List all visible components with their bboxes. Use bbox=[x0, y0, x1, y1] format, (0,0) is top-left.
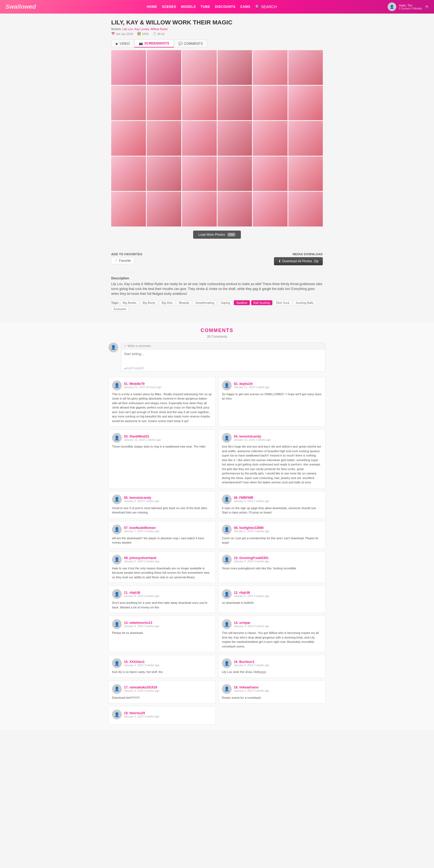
comment-meta: 01. Weddle79 January 29, 2024 10 hours a… bbox=[124, 382, 161, 389]
description-text: Lily Lou, Kay Lovely & Willow Ryder are … bbox=[111, 282, 323, 296]
site-logo[interactable]: Swallowed bbox=[5, 3, 36, 10]
photo-thumb[interactable]: ♡ bbox=[182, 50, 217, 85]
nav-home[interactable]: HOME bbox=[147, 5, 157, 9]
nav-discounts[interactable]: DISCOUNTS bbox=[215, 5, 236, 9]
photo-thumb[interactable]: ♡ bbox=[147, 50, 182, 85]
tag-swallow[interactable]: Swallow bbox=[234, 300, 250, 305]
comment-text: This is a truly a master piece by Mike..… bbox=[112, 392, 212, 424]
comment-meta: 19. hbermu29 January 3, 2024 3 weeks ago bbox=[124, 711, 159, 718]
tag-deepthroating[interactable]: Deepthroating bbox=[193, 300, 217, 305]
photo-thumb[interactable]: ♡ bbox=[182, 121, 217, 156]
tag-big-dick[interactable]: Big Dick bbox=[159, 300, 175, 305]
photo-thumb[interactable]: ♡ bbox=[288, 156, 323, 191]
search-label: SEARCH bbox=[261, 5, 277, 9]
commenter-name: 09. johnnysilverhand bbox=[124, 556, 159, 560]
commenter-avatar: 👤 bbox=[222, 433, 231, 443]
comment-date: January 3, 2024 3 weeks ago bbox=[124, 715, 159, 718]
photo-thumb[interactable]: ♡ bbox=[111, 121, 146, 156]
comment-meta: 02. depfa1th January 21, 2024 1 week ago bbox=[234, 382, 269, 389]
photo-thumb[interactable]: ♡ bbox=[288, 192, 323, 226]
description-label: Description bbox=[111, 276, 323, 280]
photo-thumb[interactable]: ♡ bbox=[218, 156, 252, 191]
model-willow[interactable]: Willow Ryder bbox=[151, 27, 168, 31]
comment-card: 👤 08. foofighter22889 January 5, 2024 3 … bbox=[218, 521, 326, 549]
comment-date: January 4, 2024 3 weeks ago bbox=[124, 625, 159, 628]
divider-2 bbox=[111, 272, 323, 272]
photo-thumb[interactable]: ♡ bbox=[218, 50, 252, 85]
photo-thumb[interactable]: ♡ bbox=[182, 156, 217, 191]
comment-date: January 4, 2024 3 weeks ago bbox=[124, 664, 159, 667]
search-button[interactable]: 🔍 SEARCH bbox=[255, 5, 277, 9]
photo-thumb[interactable]: ♡ bbox=[147, 86, 182, 120]
photo-thumb[interactable]: ♡ bbox=[147, 121, 182, 156]
comment-text: Come on I just got a membership for this… bbox=[222, 536, 322, 545]
photo-thumb[interactable]: ♡ bbox=[182, 86, 217, 120]
comment-date: January 29, 2024 10 hours ago bbox=[124, 386, 161, 389]
tag-dick-suck[interactable]: Dick Suck bbox=[274, 300, 292, 305]
commenter-avatar: 👤 bbox=[112, 433, 122, 443]
photo-thumb[interactable]: ♡ bbox=[111, 86, 146, 120]
user-info: 👤 Hello, Tim 0 Scenes 0 Models ⚙️ bbox=[388, 2, 429, 11]
tags-label: Tags: bbox=[111, 301, 119, 304]
nav-tube[interactable]: TUBE bbox=[201, 5, 210, 9]
load-more-button[interactable]: Load More Photos 970 bbox=[193, 230, 241, 239]
download-all-photos-button[interactable]: ⬇ Download All Photos .Zip bbox=[274, 257, 323, 265]
photo-thumb[interactable]: ♡ bbox=[147, 192, 182, 226]
photo-thumb[interactable]: ♡ bbox=[111, 50, 146, 85]
comment-date: January 10, 2024 2 weeks ago bbox=[124, 438, 161, 441]
photo-thumb[interactable]: ♡ bbox=[288, 50, 323, 85]
tag-blowjob[interactable]: Blowjob bbox=[176, 300, 192, 305]
comment-meta: 18. mikeadriano January 3, 2024 3 weeks … bbox=[234, 685, 269, 692]
comment-date: January 4, 2024 3 weeks ago bbox=[234, 560, 269, 563]
tag-big-booty[interactable]: Big Booty bbox=[140, 300, 158, 305]
media-download-label: MEDIA DOWNLOAD bbox=[274, 252, 323, 256]
photo-thumb[interactable]: ♡ bbox=[182, 192, 217, 226]
photo-thumb[interactable]: ♡ bbox=[288, 121, 323, 156]
tab-comments[interactable]: 💬 COMMENTS bbox=[174, 40, 208, 48]
tag-exclusive[interactable]: Exclusive bbox=[111, 307, 129, 311]
photo-thumb[interactable]: ♡ bbox=[253, 121, 287, 156]
comment-header: 👤 15. XXXAlex1 January 4, 2024 3 weeks a… bbox=[112, 658, 212, 668]
tab-video[interactable]: ▶ VIDEO bbox=[111, 40, 134, 48]
tag-big-boobs[interactable]: Big Boobs bbox=[120, 300, 139, 305]
photo-thumb[interactable]: ♡ bbox=[111, 156, 146, 191]
load-more-section: Load More Photos 970 bbox=[111, 230, 323, 239]
photo-thumb[interactable]: ♡ bbox=[147, 156, 182, 191]
photo-thumb[interactable]: ♡ bbox=[253, 50, 287, 85]
nav-cams[interactable]: CAMS bbox=[240, 5, 250, 9]
photo-thumb[interactable]: ♡ bbox=[218, 86, 252, 120]
comment-textarea[interactable] bbox=[121, 349, 325, 366]
commenter-name: 08. foofighter22889 bbox=[234, 526, 269, 530]
photo-thumb[interactable]: ♡ bbox=[218, 121, 252, 156]
nav-scenes[interactable]: SCENES bbox=[162, 5, 176, 9]
comment-text: So happy to get new scenes on SWALLOWED … bbox=[222, 392, 322, 401]
model-kay[interactable]: Kay Lovely bbox=[134, 27, 149, 31]
tag-gaping[interactable]: Gaping bbox=[218, 300, 232, 305]
photo-thumb[interactable]: ♡ bbox=[253, 86, 287, 120]
photo-thumb[interactable]: ♡ bbox=[218, 192, 252, 226]
favorite-button[interactable]: ♡ Favorite bbox=[111, 257, 134, 264]
commenter-name: 02. depfa1th bbox=[234, 382, 269, 386]
photo-thumb[interactable]: ♡ bbox=[111, 192, 146, 226]
commenter-name: 12. rltqh36 bbox=[234, 591, 269, 595]
tag-ball-sucking[interactable]: Ball Sucking bbox=[251, 300, 273, 305]
meta-line: 📅 3rd Jan 2024 🖼️ 1000 ⏱️ 45:42 bbox=[111, 32, 323, 35]
comment-header: 👤 12. rltqh36 January 4, 2024 3 weeks ag… bbox=[222, 589, 322, 599]
media-download-section: MEDIA DOWNLOAD ⬇ Download All Photos .Zi… bbox=[274, 252, 323, 265]
photo-thumb[interactable]: ♡ bbox=[253, 192, 287, 226]
photo-thumb[interactable]: ♡ bbox=[253, 156, 287, 191]
comment-text: Yesss more puking&snot vids like this. f… bbox=[222, 566, 322, 571]
comment-card: 👤 15. XXXAlex1 January 4, 2024 3 weeks a… bbox=[108, 655, 216, 678]
comment-text: wtf are the downloads? the player is abs… bbox=[112, 536, 212, 545]
nav-models[interactable]: MODELS bbox=[181, 5, 196, 9]
photo-thumb[interactable]: ♡ bbox=[288, 86, 323, 120]
model-lily[interactable]: Lily Lou bbox=[123, 27, 133, 31]
meta-photos: 🖼️ 1000 bbox=[137, 32, 148, 35]
tag-sucking-balls[interactable]: Sucking Balls bbox=[293, 300, 316, 305]
comment-date: January 5, 2024 3 weeks ago bbox=[234, 530, 269, 533]
notifications-button[interactable]: ⚙️ bbox=[425, 5, 429, 9]
comment-card: 👤 02. depfa1th January 21, 2024 1 week a… bbox=[218, 377, 326, 427]
models-line: Models: Lily Lou, Kay Lovely, Willow Ryd… bbox=[111, 27, 323, 31]
tab-screenshots[interactable]: 📷 SCREENSHOTS bbox=[134, 40, 174, 48]
add-favorites-label: ADD TO FAVORITES bbox=[111, 252, 143, 256]
